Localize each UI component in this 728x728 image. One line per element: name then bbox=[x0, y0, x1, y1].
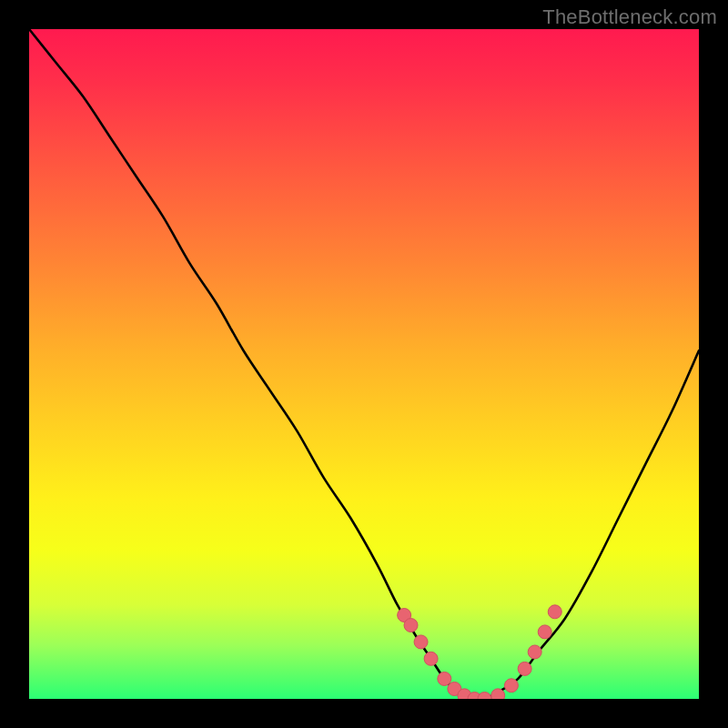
watermark-text: TheBottleneck.com bbox=[542, 5, 717, 29]
marker-point bbox=[424, 652, 438, 665]
plot-area bbox=[29, 29, 699, 699]
marker-point bbox=[491, 689, 505, 699]
marker-point bbox=[438, 672, 451, 685]
marker-point bbox=[548, 605, 561, 619]
marker-point bbox=[528, 645, 541, 659]
marker-point bbox=[504, 679, 518, 693]
marker-point bbox=[478, 693, 491, 700]
chart-stage: TheBottleneck.com bbox=[0, 0, 728, 728]
marker-point bbox=[414, 635, 428, 649]
chart-svg bbox=[29, 29, 699, 699]
marker-point bbox=[538, 625, 551, 639]
bottleneck-curve bbox=[29, 29, 699, 699]
marker-point bbox=[404, 619, 418, 632]
marker-point bbox=[518, 662, 531, 675]
highlighted-points bbox=[398, 605, 562, 699]
